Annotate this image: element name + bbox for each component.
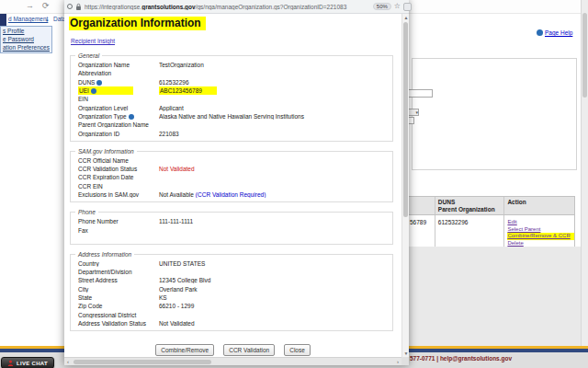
field-label: Country — [71, 260, 159, 267]
cell-duns-parent: 612532296 — [435, 215, 504, 248]
live-chat-label: LIVE CHAT — [17, 361, 48, 366]
field-value: Not Validated — [159, 320, 392, 327]
field-row-organization-id: Organization ID221083 — [71, 129, 392, 137]
menu-highlight-chip — [0, 14, 6, 26]
input-fragment[interactable] — [408, 117, 414, 124]
field-value: Not Validated — [159, 166, 392, 172]
field-label: State — [71, 294, 159, 301]
field-label: DUNS — [71, 79, 159, 86]
forward-icon[interactable]: → — [26, 1, 34, 10]
action-link-delete[interactable]: Delete — [507, 240, 574, 247]
field-row-ccr-ein: CCR EIN — [71, 182, 392, 190]
field-row-ccr-expiration-date: CCR Expiration Date — [71, 173, 392, 181]
popup-address-bar: https://integrationgse.grantsolutions.go… — [64, 0, 409, 14]
dropdown-fragment[interactable]: ▾ — [408, 109, 419, 116]
page-help-link[interactable]: Page Help — [537, 29, 572, 36]
section-legend: Phone — [75, 209, 98, 215]
field-row-city: CityOverland Park — [71, 285, 392, 293]
field-label: Phone Number — [71, 218, 159, 224]
scrollbar-corner — [401, 357, 409, 365]
field-value: Alaska Native and Native Hawaiian Servin… — [159, 113, 392, 120]
close-button[interactable]: Close — [284, 344, 311, 356]
field-row-organization-level: Organization LevelApplicant — [71, 103, 392, 111]
action-link-edit[interactable]: Edit — [507, 219, 574, 226]
field-row-ein: EIN — [71, 95, 392, 103]
field-value: 111-111-1111 — [159, 218, 392, 224]
field-label: Organization ID — [71, 131, 159, 137]
field-label: Parent Organization Name — [71, 121, 159, 128]
field-row-address-validation-status: Address Validation StatusNot Validated — [71, 319, 392, 328]
field-row-duns: DUNS612532296 — [71, 78, 392, 86]
extension-icon[interactable] — [403, 3, 412, 11]
window-scrollbar[interactable] — [581, 0, 588, 346]
field-label: Fax — [71, 227, 159, 234]
bookmark-star-icon[interactable]: ☆ — [394, 3, 401, 10]
scroll-up-icon[interactable]: ▲ — [402, 15, 410, 20]
field-label: Organization Name — [71, 62, 159, 68]
page-background-area — [409, 247, 581, 346]
field-row-abbreviation: Abbreviation — [71, 69, 392, 77]
section-legend: Address Information — [75, 251, 134, 258]
info-icon[interactable] — [96, 80, 102, 86]
field-label: Exclusions in SAM.gov — [71, 191, 159, 198]
info-icon[interactable] — [129, 114, 134, 120]
menu-item-management[interactable]: d Management — [8, 16, 48, 22]
text-input-fragment[interactable] — [408, 89, 433, 98]
field-value: 221083 — [159, 131, 392, 137]
field-label: Street Address — [71, 277, 159, 283]
field-row-fax: Fax — [71, 225, 392, 234]
ccr-validation-required-link[interactable]: (CCR Validation Required) — [196, 191, 266, 198]
organization-information-popup: https://integrationgse.grantsolutions.go… — [64, 0, 409, 365]
action-link-combine-remove-ccr[interactable]: Combine/Remove & CCR — [507, 233, 574, 240]
recipient-insight-link[interactable]: Recipient Insight — [71, 38, 115, 44]
info-icon[interactable] — [91, 88, 96, 94]
view-site-info-icon[interactable] — [67, 4, 73, 9]
account-dropdown-menu: s Profilee Passwordation Preferences — [0, 26, 52, 53]
scroll-left-icon[interactable]: ‹ — [64, 358, 72, 365]
field-value: 12345 College Blvd — [159, 277, 392, 283]
field-label: EIN — [71, 96, 159, 102]
field-label: Organization Level — [71, 105, 159, 111]
popup-button-row: Combine/RemoveCCR ValidationClose — [64, 339, 401, 356]
section-address-information: Address InformationCountryUNITED STATESD… — [70, 254, 393, 331]
field-row-street-address: Street Address12345 College Blvd — [71, 276, 392, 284]
action-link-select-parent[interactable]: Select Parent — [507, 226, 574, 234]
help-icon — [537, 29, 543, 36]
field-label: Organization Type — [71, 113, 159, 120]
zoom-level-badge[interactable]: 50% — [373, 3, 391, 10]
popup-horizontal-scrollbar[interactable]: ‹ › — [64, 357, 401, 365]
dropdown-item-e-password[interactable]: e Password — [1, 35, 51, 43]
dropdown-item-s-profile[interactable]: s Profile — [1, 27, 51, 35]
field-row-state: StateKS — [71, 293, 392, 302]
field-row-exclusions-in-sam-gov: Exclusions in SAM.govNot Available(CCR V… — [71, 190, 392, 199]
section-phone: PhonePhone Number111-111-1111Fax — [70, 212, 393, 245]
url-input[interactable]: https://integrationgse.grantsolutions.go… — [85, 4, 370, 10]
background-panel — [412, 58, 577, 170]
chevron-down-icon: ▾ — [46, 17, 49, 23]
field-row-ccr-official-name: CCR Official Name — [71, 156, 392, 165]
organizations-table: DUNS Parent Organization Action 56789 61… — [407, 196, 575, 249]
table-header-action: Action — [503, 197, 574, 214]
field-label: Department/Division — [71, 269, 159, 275]
popup-vertical-scrollbar[interactable]: ▲ ▼ — [401, 14, 409, 357]
person-icon — [7, 360, 14, 366]
scroll-right-icon[interactable]: › — [394, 358, 401, 365]
live-chat-button-background-page[interactable]: LIVE CHAT — [1, 353, 54, 368]
refresh-icon[interactable]: ⟳ — [42, 1, 50, 10]
section-general: GeneralOrganization NameTestOrganization… — [70, 55, 393, 142]
cell-uei-fragment: 56789 — [407, 215, 435, 248]
field-label: Zip Code — [71, 303, 159, 309]
field-row-zip-code: Zip Code66210 - 1299 — [71, 302, 392, 310]
table-header-hidden — [407, 197, 435, 214]
field-label: UEI — [71, 86, 159, 95]
field-row-parent-organization-name: Parent Organization Name — [71, 121, 392, 129]
scroll-down-icon[interactable]: ▼ — [402, 351, 410, 356]
popup-content: Organization Information Recipient Insig… — [64, 14, 401, 357]
field-value: 66210 - 1299 — [159, 303, 392, 309]
ccr-validation-button[interactable]: CCR Validation — [223, 344, 275, 356]
dropdown-item-ation-preferences[interactable]: ation Preferences — [1, 43, 51, 52]
field-label: Abbreviation — [71, 70, 159, 76]
cell-actions: EditSelect ParentCombine/Remove & CCRDel… — [503, 215, 574, 248]
lock-icon[interactable] — [75, 3, 82, 11]
combine-remove-button[interactable]: Combine/Remove — [155, 344, 214, 356]
